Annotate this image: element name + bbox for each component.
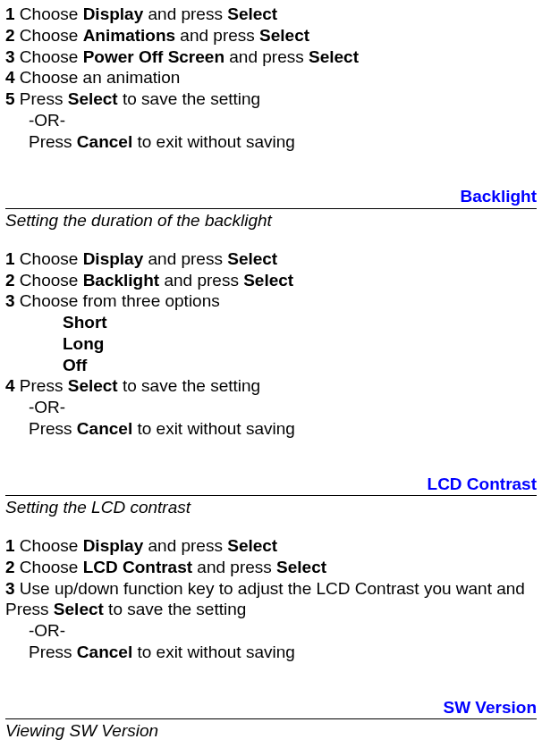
or-line: -OR- — [5, 620, 537, 642]
text-bold: Display — [83, 249, 144, 268]
text: Press — [15, 89, 68, 108]
step-line: 2 Choose LCD Contrast and press Select — [5, 557, 537, 578]
step-num: 2 — [5, 558, 15, 576]
step-num: 1 — [5, 249, 15, 268]
text: and press — [192, 558, 276, 576]
step-line: 1 Choose Display and press Select — [5, 4, 537, 25]
text: to save the setting — [104, 600, 247, 618]
text: to save the setting — [118, 89, 261, 108]
text: Choose from three options — [15, 291, 220, 310]
section-divider — [5, 208, 537, 209]
step-line: Press Cancel to exit without saving — [5, 418, 537, 440]
step-num: 4 — [5, 376, 15, 395]
or-line: -OR- — [5, 110, 537, 131]
step-num: 2 — [5, 26, 15, 45]
text-bold: Select — [259, 26, 309, 45]
section-title-lcd-contrast: LCD Contrast — [5, 474, 537, 495]
text-bold: Select — [309, 47, 359, 66]
text: to save the setting — [118, 376, 261, 395]
text: Press — [29, 419, 77, 438]
text: to exit without saving — [132, 419, 295, 438]
step-num: 1 — [5, 536, 15, 555]
section-divider — [5, 495, 537, 496]
text: Choose — [15, 558, 83, 576]
text-bold: Select — [68, 89, 118, 108]
step-line: 2 Choose Animations and press Select — [5, 25, 537, 46]
text: Press — [15, 376, 68, 395]
text-bold: Select — [276, 558, 326, 576]
text-bold: Cancel — [77, 419, 132, 438]
text-bold: Animations — [83, 26, 175, 45]
step-line: 4 Press Select to save the setting — [5, 375, 537, 397]
section-title-backlight: Backlight — [5, 186, 537, 207]
step-line: 1 Choose Display and press Select — [5, 248, 537, 270]
text: Choose — [15, 271, 83, 290]
step-line: 3 Choose Power Off Screen and press Sele… — [5, 46, 537, 68]
text: Choose — [15, 47, 83, 66]
text: Press — [29, 643, 77, 661]
section-subtitle: Setting the LCD contrast — [5, 497, 537, 518]
text: to exit without saving — [132, 643, 295, 661]
text: Choose — [15, 249, 83, 268]
text: and press — [143, 4, 227, 23]
text-bold: Select — [54, 600, 104, 618]
option-long: Long — [5, 333, 537, 355]
text-bold: Select — [68, 376, 118, 395]
text: to exit without saving — [132, 132, 295, 151]
text-bold: Display — [83, 4, 144, 23]
step-num: 3 — [5, 579, 15, 598]
step-num: 1 — [5, 4, 15, 23]
section-subtitle: Setting the duration of the backlight — [5, 210, 537, 231]
step-num: 3 — [5, 47, 15, 66]
step-line: 3 Choose from three options — [5, 290, 537, 312]
text: Choose an animation — [15, 68, 181, 87]
text: Press — [29, 132, 77, 151]
text: and press — [159, 271, 243, 290]
step-line: 1 Choose Display and press Select — [5, 535, 537, 557]
step-line: 5 Press Select to save the setting — [5, 88, 537, 110]
text-bold: Select — [227, 536, 277, 555]
section-title-sw-version: SW Version — [5, 697, 537, 718]
step-line: 2 Choose Backlight and press Select — [5, 270, 537, 291]
text: and press — [175, 26, 259, 45]
text-bold: Power Off Screen — [83, 47, 224, 66]
step-line: 3 Use up/down function key to adjust the… — [5, 578, 537, 621]
text-bold: Select — [227, 4, 277, 23]
text: and press — [143, 536, 227, 555]
text-bold: Select — [243, 271, 293, 290]
step-num: 3 — [5, 291, 15, 310]
step-line: 4 Choose an animation — [5, 67, 537, 88]
option-off: Off — [5, 355, 537, 376]
step-num: 4 — [5, 68, 15, 87]
section-subtitle: Viewing SW Version — [5, 720, 537, 742]
step-num: 2 — [5, 271, 15, 290]
text-bold: LCD Contrast — [83, 558, 192, 576]
text-bold: Cancel — [77, 643, 132, 661]
text: Choose — [15, 26, 83, 45]
option-short: Short — [5, 312, 537, 333]
text: and press — [224, 47, 309, 66]
text-bold: Select — [227, 249, 277, 268]
text-bold: Display — [83, 536, 144, 555]
text-bold: Backlight — [83, 271, 160, 290]
text: and press — [143, 249, 227, 268]
step-line: Press Cancel to exit without saving — [5, 131, 537, 153]
section-divider — [5, 718, 537, 719]
step-line: Press Cancel to exit without saving — [5, 642, 537, 663]
step-num: 5 — [5, 89, 15, 108]
text: Choose — [15, 536, 83, 555]
text-bold: Cancel — [77, 132, 132, 151]
text: Choose — [15, 4, 83, 23]
or-line: -OR- — [5, 397, 537, 418]
